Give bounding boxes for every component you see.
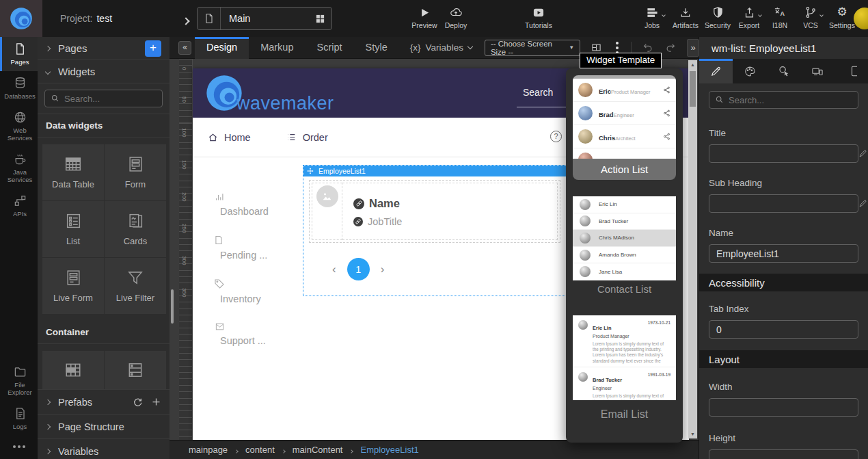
tab-devices[interactable] — [800, 59, 834, 83]
app-search-label[interactable]: Search — [523, 87, 553, 98]
widget-tile-data-table[interactable]: Data Table — [42, 144, 104, 200]
collapse-right-panel-button[interactable]: » — [687, 39, 699, 57]
widget-tile-form[interactable]: Form — [105, 144, 166, 200]
widgets-accordion[interactable]: Widgets — [38, 60, 169, 83]
canvas-scrollbar[interactable]: ▲ ▼ — [688, 60, 697, 438]
jobtitle-field-binding[interactable]: JobTitle — [353, 216, 557, 227]
open-page-tab[interactable]: Main — [197, 7, 332, 30]
widget-tile-live-form[interactable]: Live Form — [42, 258, 104, 314]
template-email-list[interactable]: Eric Lin Product Manager 1973-10-21 Lore… — [573, 315, 676, 423]
employee-list-widget[interactable]: EmployeeList1 — [303, 165, 567, 296]
title-input[interactable] — [709, 144, 858, 163]
sidebar-item-pages[interactable]: Pages — [0, 37, 38, 71]
nav-item-order[interactable]: Order — [286, 132, 328, 143]
sidebar-item-java-services[interactable]: Java Services — [0, 147, 38, 189]
bind-property-icon[interactable] — [858, 199, 867, 208]
more-options-icon[interactable] — [0, 436, 38, 459]
breadcrumb: mainpage content mainContent EmployeeLis… — [169, 440, 699, 459]
wavemaker-logo[interactable] — [0, 0, 42, 37]
deploy-button[interactable]: Deploy — [438, 5, 474, 29]
vcs-button[interactable]: VCS — [793, 5, 828, 29]
breadcrumb-content[interactable]: content — [245, 445, 275, 455]
help-icon[interactable]: ? — [550, 131, 562, 142]
tab-script[interactable]: Script — [306, 37, 354, 59]
nav-item-home[interactable]: Home — [208, 132, 251, 143]
list-item: Brad Tucker — [573, 213, 676, 231]
person-name: Amanda — [599, 157, 624, 159]
tutorials-button[interactable]: Tutorials — [521, 5, 556, 29]
scroll-up-icon[interactable]: ▲ — [688, 62, 697, 67]
security-button[interactable]: Security — [700, 5, 735, 29]
screen-size-dropdown[interactable]: -- Choose Screen Size -- ▼ — [485, 40, 580, 56]
side-nav-dashboard[interactable]: Dashboard — [213, 192, 301, 217]
widget-tile-accordion[interactable] — [105, 351, 166, 389]
split-view-button[interactable] — [591, 42, 602, 53]
variables-accordion[interactable]: Variables — [38, 438, 169, 459]
widget-tile-layout-grid[interactable] — [42, 351, 104, 389]
properties-tabs — [699, 59, 868, 83]
widget-tile-cards[interactable]: Cards — [105, 201, 166, 257]
widget-tile-live-filter[interactable]: Live Filter — [105, 258, 166, 314]
scroll-down-icon[interactable]: ▼ — [688, 432, 697, 436]
list-item: Amanda Brown — [573, 247, 676, 264]
tab-style[interactable]: Style — [354, 37, 399, 59]
pages-accordion[interactable]: Pages + — [38, 37, 169, 60]
tab-more[interactable] — [835, 59, 868, 83]
jobs-button[interactable]: Jobs — [634, 5, 670, 29]
sidebar-item-databases[interactable]: Databases — [0, 71, 38, 105]
side-nav-pending[interactable]: Pending ... — [213, 235, 301, 261]
refresh-icon[interactable] — [133, 397, 143, 407]
side-nav-inventory[interactable]: Inventory — [213, 278, 301, 304]
list-text-cell[interactable]: Name JobTitle — [342, 183, 558, 240]
tab-styles[interactable] — [733, 59, 766, 83]
page-structure-accordion[interactable]: Page Structure — [38, 414, 169, 438]
variables-dropdown[interactable]: {x} Variables — [410, 42, 472, 53]
collapse-left-panel-button[interactable]: « — [178, 41, 191, 55]
list-image-cell[interactable] — [312, 183, 342, 240]
tab-events[interactable] — [767, 59, 800, 83]
section-layout[interactable]: Layout — [699, 350, 868, 368]
list-item-template[interactable]: Name JobTitle — [309, 180, 560, 243]
scrollbar-thumb[interactable] — [690, 71, 696, 107]
tab-markup[interactable]: Markup — [249, 37, 305, 59]
sidebar-item-logs[interactable]: Logs — [0, 402, 38, 436]
add-prefab-icon[interactable] — [151, 397, 161, 407]
template-contact-list[interactable]: Eric Lin Brad Tucker Chris MAdison Amand… — [573, 196, 676, 298]
widget-search-input[interactable] — [44, 90, 163, 107]
undo-button[interactable] — [642, 42, 654, 53]
share-icon — [663, 86, 670, 94]
bind-property-icon[interactable] — [858, 149, 867, 158]
height-input[interactable] — [709, 449, 858, 459]
tab-properties[interactable] — [699, 59, 733, 83]
widget-title-bar[interactable]: EmployeeList1 — [303, 166, 566, 176]
side-nav-support[interactable]: Support ... — [213, 322, 301, 346]
next-page-icon[interactable]: › — [381, 263, 385, 276]
breadcrumb-employeelist1[interactable]: EmployeeList1 — [360, 445, 418, 455]
sidebar-item-web-services[interactable]: Web Services — [0, 105, 38, 147]
widget-tile-list[interactable]: List — [42, 201, 104, 257]
variables-dropdown-label: Variables — [426, 42, 463, 53]
tabindex-input[interactable] — [709, 320, 858, 339]
breadcrumb-maincontent[interactable]: mainContent — [293, 445, 343, 455]
artifacts-button[interactable]: Artifacts — [668, 5, 703, 29]
name-field-binding[interactable]: Name — [353, 197, 557, 210]
redo-button[interactable] — [664, 42, 677, 53]
width-input[interactable] — [709, 398, 858, 417]
avatar — [578, 153, 593, 159]
preview-button[interactable]: Preview — [407, 5, 442, 29]
page-layout-grid-icon[interactable] — [308, 14, 331, 24]
breadcrumb-mainpage[interactable]: mainpage — [189, 445, 228, 455]
subheading-input[interactable] — [709, 194, 858, 213]
section-accessibility[interactable]: Accessibility — [699, 274, 868, 291]
tab-design[interactable]: Design — [195, 37, 249, 59]
previous-page-icon[interactable]: ‹ — [332, 263, 336, 276]
current-page-button[interactable]: 1 — [347, 258, 370, 280]
sidebar-item-apis[interactable]: APIs — [0, 189, 38, 223]
name-input[interactable] — [709, 244, 858, 263]
template-action-list[interactable]: EricProduct Manager BradEngineer ChrisAr… — [573, 75, 676, 180]
prefabs-accordion[interactable]: Prefabs — [38, 389, 169, 414]
left-panel-scrollbar[interactable] — [171, 289, 174, 324]
sidebar-item-file-explorer[interactable]: File Explorer — [0, 360, 38, 402]
add-page-button[interactable]: + — [145, 40, 161, 57]
properties-search-input[interactable] — [709, 91, 858, 109]
